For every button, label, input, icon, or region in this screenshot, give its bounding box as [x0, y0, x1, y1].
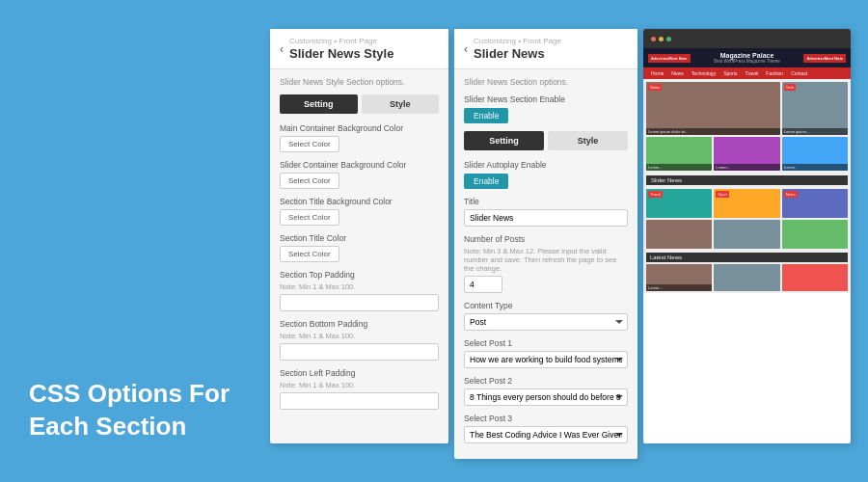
card-label-4: Lorem...: [714, 164, 779, 171]
preview-main-grid: News Lorem ipsum dolor sit... Tech Lorem…: [643, 79, 851, 174]
post1-label: Select Post 1: [464, 338, 628, 348]
grid-card-4: Lorem...: [714, 137, 779, 171]
preview-extra-section: Latest News Lorem...: [643, 251, 851, 293]
grid-card-5: Lorem...: [782, 137, 848, 171]
panel2-desc: Slider News Section options.: [464, 77, 628, 87]
field-note-left-padding: Note: Min 1 & Max 100.: [280, 381, 439, 389]
dot-green: [666, 37, 671, 41]
site-header-title: Magazine Palace Best WordPress Magazine …: [693, 52, 801, 64]
panels-container: ‹ Customizing • Front Page Slider News S…: [270, 29, 851, 459]
field-label-section-title-bg: Section Title Background Color: [280, 197, 439, 206]
field-title: Title: [464, 197, 628, 227]
site-main-title: Magazine Palace: [693, 52, 801, 59]
enable-section-label: Slider News Section Enable: [464, 94, 628, 104]
section-top-padding-input[interactable]: [280, 294, 439, 311]
back-arrow-icon-2[interactable]: ‹: [464, 42, 468, 56]
content-type-select[interactable]: Post Category: [464, 313, 628, 331]
site-logo-right: AdvertiseMent Note: [803, 54, 846, 63]
panel1-setting-btn[interactable]: Setting: [280, 94, 358, 114]
panel2-body: Slider News Section options. Slider News…: [454, 69, 637, 459]
card-label-5: Lorem...: [782, 164, 848, 171]
title-input[interactable]: [464, 209, 628, 227]
field-label-slider-container-bg: Slider Container Background Color: [280, 160, 439, 170]
grid-card-1: News Lorem ipsum dolor sit...: [646, 82, 780, 135]
grid-card2-6: [782, 220, 848, 249]
field-label-main-container-bg: Main Container Background Color: [280, 123, 439, 133]
slider-container-bg-color-btn[interactable]: Select Color: [280, 173, 339, 189]
preview-nav: Home News Technology Sports Travel Fashi…: [643, 67, 851, 79]
field-label-top-padding: Section Top Padding: [280, 270, 439, 280]
field-section-left-padding: Section Left Padding Note: Min 1 & Max 1…: [280, 368, 439, 410]
grid-card2-1: Travel: [646, 189, 712, 218]
field-note-top-padding: Note: Min 1 & Max 100.: [280, 282, 439, 291]
main-container-bg-color-btn[interactable]: Select Color: [280, 136, 339, 152]
section-title-color-btn[interactable]: Select Color: [280, 246, 339, 262]
field-label-section-title-color: Section Title Color: [280, 233, 439, 243]
section-left-padding-input[interactable]: [280, 392, 439, 410]
panel2-header-text: Customizing • Front Page Slider News: [474, 37, 561, 61]
panel2-style-btn[interactable]: Style: [548, 131, 628, 150]
panel1-style-btn[interactable]: Style: [362, 94, 440, 114]
slider-news-panel: ‹ Customizing • Front Page Slider News S…: [454, 29, 637, 459]
badge-2: Tech: [784, 84, 796, 91]
post2-label: Select Post 2: [464, 376, 628, 386]
panel1-desc: Slider News Style Section options.: [280, 77, 439, 87]
preview-extra-header: Latest News: [646, 253, 848, 262]
preview-section-header: Slider News: [646, 175, 848, 185]
slider-news-style-panel: ‹ Customizing • Front Page Slider News S…: [270, 29, 448, 443]
card-label-3: Lorem...: [646, 164, 712, 171]
section-bottom-padding-input[interactable]: [280, 343, 439, 361]
back-arrow-icon[interactable]: ‹: [280, 42, 284, 56]
field-post2: Select Post 2 8 Things every person shou…: [464, 376, 628, 406]
bottom-text: CSS Options For Each Section: [29, 378, 230, 443]
post1-select[interactable]: How we are working to build food systems…: [464, 351, 628, 368]
field-content-type: Content Type Post Category: [464, 301, 628, 331]
section-title-bg-color-btn[interactable]: Select Color: [280, 209, 339, 226]
card-label-2: Lorem ipsum...: [782, 128, 848, 135]
posts-input[interactable]: [464, 276, 502, 293]
grid-card2-5: [714, 220, 779, 249]
extra-card-2: [714, 264, 779, 291]
nav-sports: Sports: [720, 69, 740, 77]
bottom-text-line1: CSS Options For: [29, 378, 230, 411]
grid-card2-3: News: [782, 189, 848, 218]
field-section-bottom-padding: Section Bottom Padding Note: Min 1 & Max…: [280, 319, 439, 361]
content-type-label: Content Type: [464, 301, 628, 310]
extra-card-label-1: Lorem...: [646, 284, 712, 291]
site-logo-left: AdvertiseMent Note: [648, 54, 691, 63]
extra-card-1: Lorem...: [646, 264, 712, 291]
autoplay-enable-btn[interactable]: Enable: [464, 174, 508, 189]
nav-travel: Travel: [743, 69, 762, 77]
field-note-bottom-padding: Note: Min 1 & Max 100.: [280, 332, 439, 340]
bottom-text-line2: Each Section: [29, 411, 230, 443]
field-main-container-bg: Main Container Background Color Select C…: [280, 123, 439, 152]
preview-panel: AdvertiseMent Note Magazine Palace Best …: [643, 29, 851, 443]
field-post1: Select Post 1 How we are working to buil…: [464, 338, 628, 368]
panel2-btn-row: Setting Style: [464, 131, 628, 150]
badge-1: News: [648, 84, 662, 91]
panel1-breadcrumb: Customizing • Front Page: [289, 37, 393, 46]
posts-note: Note: Min 3 & Max 12. Please input the v…: [464, 247, 628, 273]
field-section-top-padding: Section Top Padding Note: Min 1 & Max 10…: [280, 270, 439, 311]
slider-news-enable-btn[interactable]: Enable: [464, 108, 508, 123]
title-field-label: Title: [464, 197, 628, 206]
card-label-1: Lorem ipsum dolor sit...: [646, 128, 780, 135]
panel2-title: Slider News: [474, 46, 561, 62]
post2-select[interactable]: 8 Things every person should do before 8…: [464, 388, 628, 406]
nav-technology: Technology: [689, 69, 719, 77]
preview-dots: [651, 37, 671, 41]
panel2-breadcrumb: Customizing • Front Page: [474, 37, 561, 46]
panel2-setting-btn[interactable]: Setting: [464, 131, 544, 150]
field-section-title-color: Section Title Color Select Color: [280, 233, 439, 262]
autoplay-label: Slider Autoplay Enable: [464, 160, 628, 170]
panel1-body: Slider News Style Section options. Setti…: [270, 69, 448, 425]
nav-fashion: Fashion: [763, 69, 786, 77]
posts-label: Number of Posts: [464, 234, 628, 244]
grid-card-2: Tech Lorem ipsum...: [782, 82, 848, 135]
badge2-3: News: [784, 191, 798, 198]
post3-select[interactable]: The Best Coding Advice I Was Ever Given …: [464, 426, 628, 443]
dot-red: [651, 37, 656, 41]
extra-card-3: [782, 264, 848, 291]
dot-yellow: [659, 37, 664, 41]
badge2-2: Sport: [716, 191, 729, 198]
